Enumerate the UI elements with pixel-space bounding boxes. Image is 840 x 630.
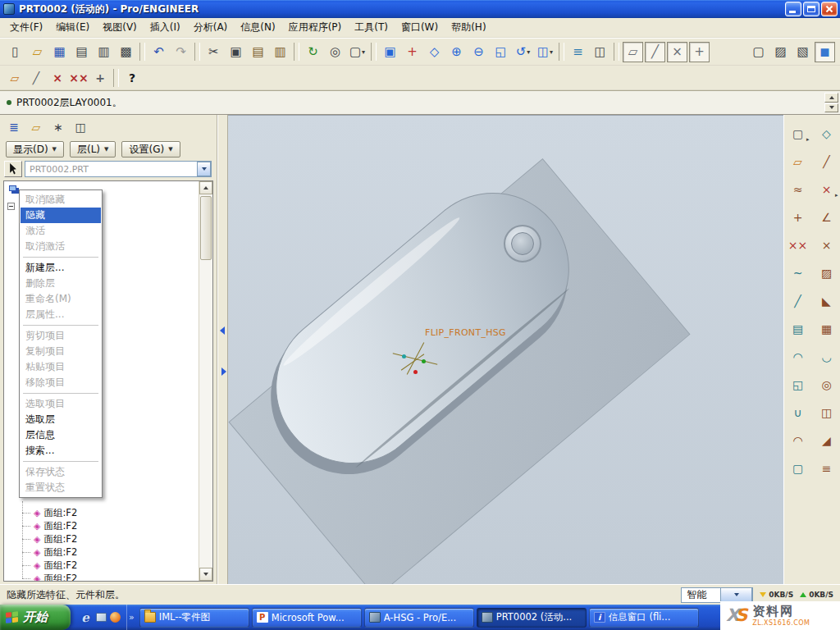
regenerate-icon[interactable]: ↻ [303,42,323,62]
layers-icon[interactable]: ≡ [568,42,588,62]
scroll-up-icon[interactable] [824,93,838,103]
save-icon[interactable]: ▦ [49,42,70,62]
datum-plane-icon[interactable]: ▱ [788,151,809,172]
shell-icon[interactable]: ▢ [788,458,809,479]
taskbar-task[interactable]: IML--零件图 [139,608,249,628]
datum-axes-toggle-icon[interactable]: ╱ [645,42,665,62]
media-player-icon[interactable] [110,612,121,623]
expand-right-icon[interactable] [221,368,226,376]
start-button[interactable]: 开始 [0,605,71,630]
menu-item[interactable]: 编辑(E) [49,18,96,37]
menu-item[interactable]: 应用程序(P) [282,18,349,37]
datum-axis-create-icon[interactable]: ╱ [26,68,46,88]
layer-tree[interactable]: 面组:F2 面组:F2 面组:F2 面组:F2 面组:F2 [3,180,213,582]
arc-up-icon[interactable]: ◠ [788,346,809,368]
no-hidden-icon[interactable]: ▧ [792,42,813,62]
menu-item[interactable]: 信息(N) [234,18,281,37]
copy-icon[interactable]: ▣ [226,42,246,62]
sweep-icon[interactable]: ∪ [788,402,809,423]
context-menu-item[interactable]: 重命名(M) [21,291,101,307]
adjust-view-icon[interactable]: ◇ [816,123,838,144]
context-menu-item[interactable]: 层信息 [21,427,101,443]
datum-csys-icon[interactable]: + [788,207,809,228]
datum-point-create-icon[interactable]: × [48,68,67,88]
hidden-line-icon[interactable]: ▨ [770,42,791,62]
wireframe-icon[interactable]: ▢ [748,42,769,62]
context-menu-item[interactable]: 选取项目 [21,396,101,412]
context-menu-item[interactable]: 选取层 [21,412,101,427]
view-manager-icon[interactable]: ◫ [590,42,610,62]
cut-icon[interactable]: ✂ [203,42,224,62]
flat-sheet-icon[interactable]: ▤ [788,318,809,340]
paste-special-icon[interactable]: ▥ [270,42,290,62]
select-box-icon[interactable]: ▢ [347,42,368,62]
menu-item[interactable]: 窗口(W) [395,18,445,37]
maximize-button[interactable] [803,2,819,16]
context-menu-item[interactable]: 搜索... [21,443,101,459]
menu-item[interactable]: 视图(V) [96,18,144,37]
tree-item[interactable]: 面组:F2 [6,559,198,572]
collapse-left-icon[interactable] [220,326,225,335]
datum-axis-icon[interactable]: ╱ [816,151,838,172]
round-icon[interactable]: ◠ [788,430,809,451]
chamfer-icon[interactable]: ◢ [816,430,838,451]
scrollbar-thumb[interactable] [200,196,212,260]
datum-curve-icon[interactable]: ≈ [788,179,809,200]
folder-browser-icon[interactable]: ▱ [26,117,46,137]
model-selector-combo[interactable]: PRT0002.PRT [25,161,212,177]
find-icon[interactable]: ◎ [325,42,345,62]
flag-note-icon[interactable]: ◣ [816,290,838,312]
scroll-down-icon[interactable] [824,103,838,113]
saved-views-icon[interactable]: ◫ [535,42,555,62]
csys-label[interactable]: FLIP_FRONT_HSG [425,327,506,338]
datum-point-icon[interactable]: × [816,179,838,200]
context-menu-item[interactable]: 取消隐藏 [21,192,101,208]
mirror-icon[interactable]: ◫ [816,402,838,423]
datum-planes-toggle-icon[interactable]: ▱ [623,42,643,62]
pattern-icon[interactable]: ≡ [816,458,838,479]
menu-item[interactable]: 工具(T) [348,18,395,37]
new-file-icon[interactable]: ▯ [5,42,25,62]
context-menu-item[interactable]: 层属性... [21,307,101,322]
shaded-icon[interactable]: ◼ [815,42,835,62]
orient-mode-icon[interactable]: ◇ [424,42,445,62]
taskbar-task[interactable]: Microsoft Pow... [252,608,362,628]
taskbar-task[interactable]: 信息窗口 (fli... [589,608,699,628]
curve-chain-icon[interactable]: ~ [788,262,809,284]
datum-plane-create-icon[interactable]: ▱ [5,68,25,88]
tree-item[interactable]: 面组:F2 [6,532,198,546]
layer-dropdown-button[interactable]: 设置(G) [121,141,180,158]
camera-ring[interactable] [504,225,541,262]
hatch-icon[interactable]: ▨ [816,262,838,284]
tree-scrollbar[interactable] [199,181,212,581]
redo-icon[interactable]: ↷ [171,42,191,62]
favorites-icon[interactable]: ∗ [48,117,68,137]
spin-center-icon[interactable]: + [402,42,422,62]
internet-explorer-icon[interactable] [78,610,93,625]
style-tool-icon[interactable]: ╱ [788,290,809,312]
layer-dropdown-button[interactable]: 层(L) [70,141,116,158]
show-desktop-icon[interactable] [96,613,107,622]
context-menu-item[interactable]: 激活 [21,223,101,239]
combo-dropdown-icon[interactable] [197,162,211,176]
context-menu-item[interactable]: 保存状态 [21,464,101,480]
context-menu-item[interactable]: 新建层... [21,260,101,276]
context-menu-item[interactable]: 剪切项目 [21,328,101,344]
undo-icon[interactable]: ↶ [148,42,169,62]
minimize-button[interactable] [785,2,801,16]
menu-item[interactable]: 文件(F) [3,18,49,37]
erase-display-icon[interactable]: ▥ [94,42,114,62]
delete-old-versions-icon[interactable]: ▩ [116,42,136,62]
point-pair-icon[interactable]: ×× [788,235,809,256]
print-icon[interactable]: ▤ [71,42,92,62]
select-arrow-button[interactable] [4,161,22,177]
tree-item[interactable]: 面组:F2 [6,506,198,519]
context-help-icon[interactable]: ? [122,68,142,88]
menu-item[interactable]: 帮助(H) [445,18,492,37]
csys-create-icon[interactable]: + [90,68,110,88]
select-items-icon[interactable]: ▢ [788,123,809,144]
graphics-viewport[interactable]: FLIP_FRONT_HSG [228,115,783,584]
paste-icon[interactable]: ▤ [248,42,268,62]
zoom-in-icon[interactable]: ⊕ [446,42,467,62]
context-menu-item[interactable]: 重置状态 [21,480,101,495]
